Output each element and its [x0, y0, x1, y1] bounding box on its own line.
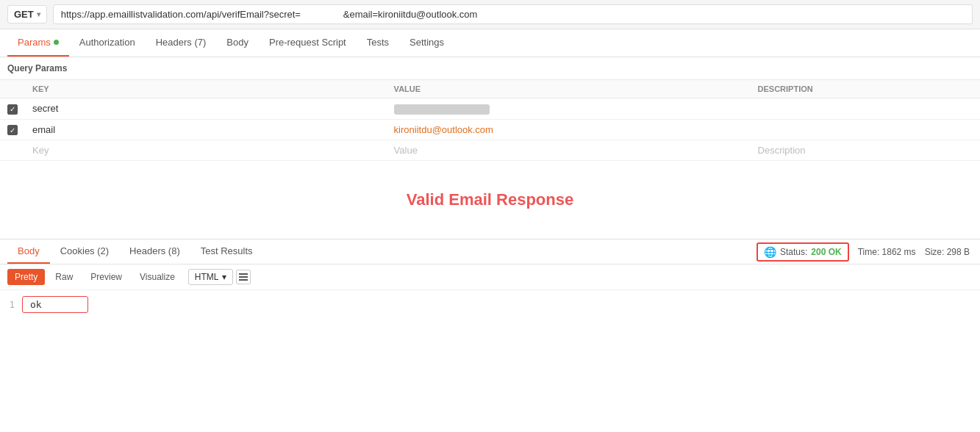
wrap-icon[interactable] — [236, 270, 251, 284]
tab-authorization-label: Authorization — [79, 37, 135, 48]
wrap-line-1 — [239, 273, 248, 275]
row1-checkbox[interactable] — [7, 104, 18, 115]
secret-redacted — [394, 104, 490, 115]
status-value: 200 OK — [811, 247, 841, 257]
col-value: VALUE — [387, 80, 751, 98]
params-dot — [54, 40, 59, 45]
method-label: GET — [14, 9, 34, 20]
code-line-1: 1 ok — [0, 296, 980, 313]
tab-cookies[interactable]: Cookies (2) — [50, 240, 119, 264]
tab-response-headers-label: Headers (8) — [129, 245, 180, 256]
fmt-tab-raw[interactable]: Raw — [48, 269, 80, 285]
row1-key[interactable]: secret — [25, 98, 387, 120]
col-description: DESCRIPTION — [751, 80, 980, 98]
format-chevron-icon: ▾ — [222, 272, 226, 282]
tab-headers-label: Headers (7) — [156, 37, 207, 48]
method-chevron-icon: ▾ — [37, 10, 40, 18]
status-badge: 🌐 Status: 200 OK — [757, 242, 849, 262]
format-select[interactable]: HTML ▾ — [188, 269, 233, 285]
tab-test-results-label: Test Results — [201, 245, 253, 256]
tab-prerequest-label: Pre-request Script — [269, 37, 346, 48]
tab-params-label: Params — [18, 37, 51, 48]
status-label: Status: — [780, 247, 807, 257]
tab-headers[interactable]: Headers (7) — [146, 29, 217, 57]
format-tabs-row: Pretty Raw Preview Visualize HTML ▾ — [0, 264, 980, 290]
table-row: email kironiitdu@outlook.com — [0, 119, 980, 140]
tab-response-headers[interactable]: Headers (8) — [119, 240, 190, 264]
response-time: Time: 1862 ms — [858, 247, 916, 257]
tab-response-body[interactable]: Body — [7, 240, 50, 264]
tab-settings-label: Settings — [409, 37, 444, 48]
request-tabs: Params Authorization Headers (7) Body Pr… — [0, 29, 980, 57]
tab-authorization[interactable]: Authorization — [69, 29, 146, 57]
wrap-line-2 — [239, 276, 248, 278]
table-row: secret — [0, 98, 980, 120]
placeholder-value[interactable]: Value — [387, 140, 751, 161]
fmt-tab-pretty[interactable]: Pretty — [7, 269, 45, 285]
fmt-tab-preview[interactable]: Preview — [83, 269, 129, 285]
row1-description[interactable] — [751, 98, 980, 120]
tab-test-results[interactable]: Test Results — [190, 240, 263, 264]
row1-value[interactable] — [387, 98, 751, 120]
valid-email-heading: Valid Email Response — [0, 161, 980, 231]
url-input[interactable] — [53, 4, 973, 24]
tab-tests[interactable]: Tests — [357, 29, 399, 57]
tab-body[interactable]: Body — [216, 29, 259, 57]
email-value: kironiitdu@outlook.com — [394, 124, 493, 135]
bottom-section: Body Cookies (2) Headers (8) Test Result… — [0, 239, 980, 319]
code-content: ok — [22, 296, 88, 313]
status-area: 🌐 Status: 200 OK Time: 1862 ms Size: 298… — [757, 242, 973, 262]
params-table: KEY VALUE DESCRIPTION secret email kiron… — [0, 79, 980, 161]
row2-key[interactable]: email — [25, 119, 387, 140]
row2-value[interactable]: kironiitdu@outlook.com — [387, 119, 751, 140]
table-row-placeholder: Key Value Description — [0, 140, 980, 161]
tab-prerequest[interactable]: Pre-request Script — [259, 29, 357, 57]
placeholder-key[interactable]: Key — [25, 140, 387, 161]
globe-icon: 🌐 — [764, 246, 776, 258]
method-select[interactable]: GET ▾ — [7, 5, 47, 24]
query-params-title: Query Params — [0, 57, 980, 79]
col-checkbox — [0, 80, 25, 98]
url-bar: GET ▾ — [0, 0, 980, 29]
tab-cookies-label: Cookies (2) — [60, 245, 109, 256]
response-size: Size: 298 B — [925, 247, 970, 257]
col-key: KEY — [25, 80, 387, 98]
tab-settings[interactable]: Settings — [399, 29, 454, 57]
code-output: 1 ok — [0, 290, 980, 319]
tab-params[interactable]: Params — [7, 29, 69, 57]
wrap-line-3 — [239, 279, 248, 281]
row2-description[interactable] — [751, 119, 980, 140]
row2-checkbox[interactable] — [7, 125, 18, 135]
response-tabs: Body Cookies (2) Headers (8) Test Result… — [0, 240, 980, 264]
tab-tests-label: Tests — [367, 37, 389, 48]
format-select-label: HTML — [195, 272, 219, 282]
tab-response-body-label: Body — [18, 245, 40, 256]
fmt-tab-visualize[interactable]: Visualize — [132, 269, 182, 285]
placeholder-description[interactable]: Description — [751, 140, 980, 161]
tab-body-label: Body — [226, 37, 248, 48]
line-number: 1 — [0, 300, 22, 310]
